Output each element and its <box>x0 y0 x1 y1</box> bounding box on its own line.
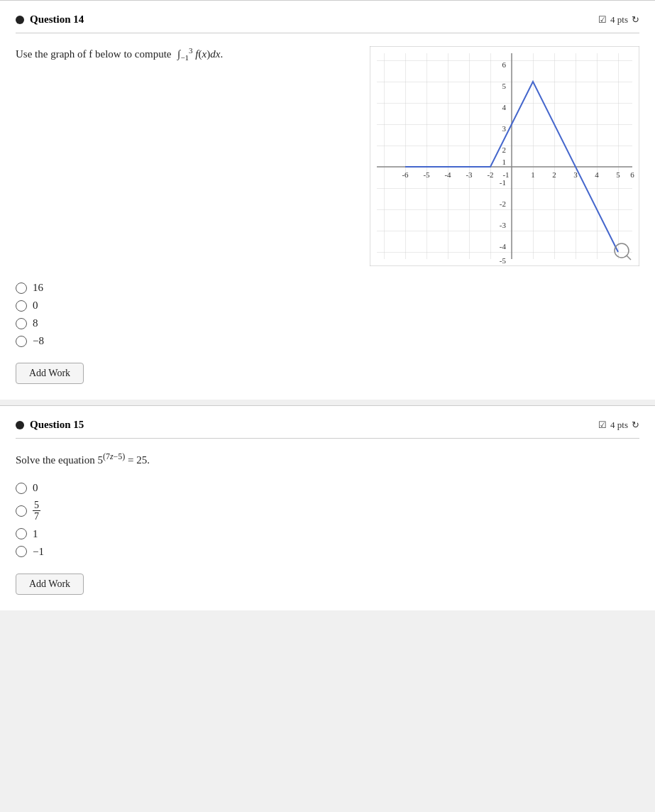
question-15-choices: 0 5 7 1 −1 <box>16 482 639 558</box>
graph-container: -6 -5 -4 -3 -2 -1 1 2 3 4 5 6 6 5 4 3 2 … <box>370 46 639 266</box>
choice-15-2[interactable]: 5 7 <box>16 500 639 522</box>
svg-text:5: 5 <box>502 82 507 90</box>
choice-15-3[interactable]: 1 <box>16 528 639 540</box>
svg-text:1: 1 <box>531 170 535 179</box>
pts-icon-15: ☑ <box>598 419 607 431</box>
question-dot <box>16 16 24 24</box>
svg-text:6: 6 <box>502 60 507 69</box>
function-graph: -6 -5 -4 -3 -2 -1 1 2 3 4 5 6 6 5 4 3 2 … <box>370 46 639 266</box>
svg-text:2: 2 <box>502 146 507 154</box>
radio-15-4[interactable] <box>16 546 27 557</box>
svg-text:3: 3 <box>502 124 507 133</box>
choice-14-1[interactable]: 16 <box>16 282 639 294</box>
radio-15-1[interactable] <box>16 483 27 494</box>
question-15-title: Question 15 <box>16 419 84 431</box>
radio-14-4[interactable] <box>16 336 27 347</box>
choice-14-4[interactable]: −8 <box>16 335 639 347</box>
question-15-text: Solve the equation 5(7z−5) = 25. <box>16 451 639 466</box>
question-15-pts: ☑ 4 pts ↻ <box>598 419 639 431</box>
undo-icon-15[interactable]: ↻ <box>632 419 639 431</box>
choice-15-2-label: 5 7 <box>33 500 40 522</box>
add-work-button-14[interactable]: Add Work <box>16 363 84 384</box>
pts-icon: ☑ <box>598 14 607 26</box>
question-14-body: Use the graph of f below to compute ∫−13… <box>16 46 639 266</box>
svg-text:-2: -2 <box>500 199 506 208</box>
svg-text:4: 4 <box>502 103 507 111</box>
question-15-header: Question 15 ☑ 4 pts ↻ <box>16 419 639 439</box>
svg-text:-3: -3 <box>500 221 507 229</box>
radio-14-3[interactable] <box>16 318 27 329</box>
choice-14-4-label: −8 <box>33 335 44 347</box>
question-14-choices: 16 0 8 −8 <box>16 282 639 347</box>
radio-15-3[interactable] <box>16 528 27 539</box>
svg-text:-4: -4 <box>444 170 451 179</box>
question-14-text: Use the graph of f below to compute ∫−13… <box>16 46 348 62</box>
radio-14-2[interactable] <box>16 300 27 312</box>
question-14-block: Question 14 ☑ 4 pts ↻ Use the graph of f… <box>0 0 655 400</box>
svg-text:-5: -5 <box>500 256 507 265</box>
svg-text:6: 6 <box>630 170 634 179</box>
choice-15-4[interactable]: −1 <box>16 546 639 558</box>
question-14-title: Question 14 <box>16 13 84 26</box>
radio-14-1[interactable] <box>16 282 27 294</box>
add-work-button-15[interactable]: Add Work <box>16 574 84 595</box>
choice-14-1-label: 16 <box>33 282 43 294</box>
choice-15-3-label: 1 <box>33 528 38 540</box>
choice-14-2[interactable]: 0 <box>16 300 639 312</box>
question-14-pts: ☑ 4 pts ↻ <box>598 14 639 26</box>
question-15-label: Question 15 <box>30 419 84 431</box>
svg-text:-5: -5 <box>423 170 430 179</box>
choice-14-3[interactable]: 8 <box>16 317 639 329</box>
choice-14-2-label: 0 <box>33 300 38 312</box>
svg-text:4: 4 <box>595 170 599 179</box>
svg-text:-2: -2 <box>487 170 493 179</box>
question-15-block: Question 15 ☑ 4 pts ↻ Solve the equation… <box>0 405 655 610</box>
choice-14-3-label: 8 <box>33 317 38 329</box>
choice-15-4-label: −1 <box>33 546 44 558</box>
svg-text:1: 1 <box>502 158 507 166</box>
undo-icon[interactable]: ↻ <box>632 14 639 26</box>
question-15-dot <box>16 421 24 429</box>
choice-15-1-label: 0 <box>33 482 38 494</box>
svg-text:-3: -3 <box>466 170 473 179</box>
svg-text:-4: -4 <box>500 242 507 251</box>
radio-15-2[interactable] <box>16 505 27 517</box>
svg-text:2: 2 <box>552 170 556 179</box>
svg-text:-6: -6 <box>402 170 409 179</box>
question-14-label: Question 14 <box>30 13 84 26</box>
svg-text:5: 5 <box>616 170 620 179</box>
svg-text:-1: -1 <box>500 178 506 187</box>
question-14-header: Question 14 ☑ 4 pts ↻ <box>16 13 639 33</box>
choice-15-1[interactable]: 0 <box>16 482 639 494</box>
